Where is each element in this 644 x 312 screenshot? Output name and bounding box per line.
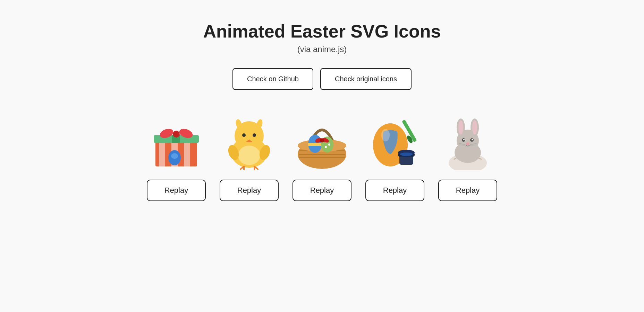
- icon-item-painting: Replay: [364, 111, 426, 201]
- original-icons-button[interactable]: Check original icons: [320, 68, 412, 90]
- svg-point-53: [472, 121, 477, 134]
- icon-item-chick: Replay: [218, 111, 280, 201]
- svg-point-57: [472, 139, 473, 140]
- replay-button-basket[interactable]: Replay: [293, 180, 351, 201]
- svg-point-35: [325, 146, 327, 148]
- page-title: Animated Easter SVG Icons: [203, 21, 441, 42]
- replay-button-bunny[interactable]: Replay: [438, 180, 497, 201]
- icons-row: Replay: [145, 111, 499, 201]
- replay-button-chick[interactable]: Replay: [220, 180, 279, 201]
- svg-line-60: [459, 145, 465, 145]
- chick-icon: [218, 111, 280, 173]
- basket-icon: [291, 111, 353, 173]
- svg-point-58: [466, 142, 469, 145]
- github-button[interactable]: Check on Github: [232, 68, 313, 90]
- svg-point-46: [400, 153, 413, 156]
- svg-point-51: [458, 121, 463, 134]
- svg-rect-31: [308, 143, 322, 146]
- svg-point-15: [238, 146, 260, 165]
- svg-point-16: [242, 133, 246, 137]
- svg-point-17: [253, 133, 256, 137]
- svg-point-38: [320, 138, 324, 142]
- svg-point-40: [381, 129, 390, 141]
- svg-point-8: [173, 131, 180, 138]
- svg-rect-1: [159, 140, 165, 166]
- replay-button-painting[interactable]: Replay: [365, 180, 424, 201]
- svg-point-34: [328, 143, 330, 146]
- replay-button-gift[interactable]: Replay: [147, 180, 206, 201]
- icon-item-bunny: Replay: [437, 111, 499, 201]
- svg-point-10: [171, 153, 178, 159]
- painting-icon: [364, 111, 426, 173]
- svg-rect-3: [184, 140, 190, 166]
- bunny-icon: [437, 111, 499, 173]
- page-subtitle: (via anime.js): [297, 44, 347, 54]
- icon-item-basket: Replay: [291, 111, 353, 201]
- svg-line-62: [470, 145, 476, 145]
- gift-icon: [145, 111, 207, 173]
- action-buttons-row: Check on Github Check original icons: [232, 68, 412, 90]
- svg-point-56: [463, 139, 465, 140]
- icon-item-gift: Replay: [145, 111, 207, 201]
